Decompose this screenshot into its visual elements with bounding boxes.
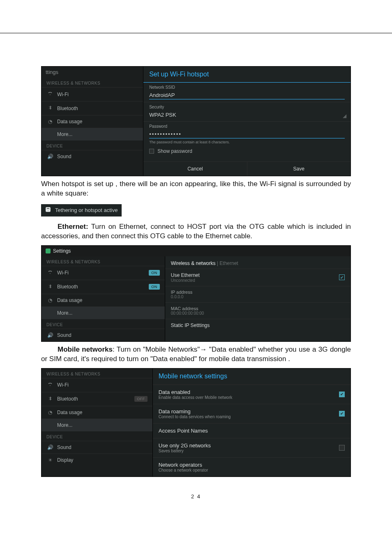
- wifi-boxed-icon: [45, 207, 51, 214]
- sidebar-item-wifi[interactable]: Wi-Fi: [42, 87, 143, 101]
- bluetooth-icon: [46, 283, 54, 290]
- sidebar-item-data-usage[interactable]: ◔ Data usage: [42, 294, 165, 306]
- cancel-button[interactable]: Cancel: [143, 162, 247, 176]
- sidebar-item-data-usage[interactable]: ◔ Data usage: [42, 115, 143, 128]
- network-operators-row[interactable]: Network operators Choose a network opera…: [153, 457, 350, 477]
- use-2g-title: Use only 2G networks: [159, 442, 339, 449]
- sidebar-item-label: Wi-Fi: [57, 92, 138, 97]
- bluetooth-icon: [46, 105, 54, 112]
- security-field[interactable]: Security WPA2 PSK ◢: [143, 102, 350, 122]
- apn-title: Access Point Names: [159, 428, 345, 434]
- section-device: DEVICE: [42, 140, 143, 150]
- mac-value: 00:00:00:00:00:00: [171, 311, 345, 315]
- section-wireless-networks: WIRELESS & NETWORKS: [42, 368, 152, 378]
- data-roaming-checkbox[interactable]: ✔: [339, 411, 345, 417]
- ssid-field[interactable]: Network SSID AndroidAP: [143, 83, 350, 102]
- wifi-toggle[interactable]: ON: [149, 270, 160, 276]
- data-enabled-sub: Enable data access over Mobile network: [159, 395, 339, 400]
- sidebar-item-more[interactable]: More...: [42, 306, 165, 319]
- sidebar-item-label: Sound: [57, 332, 160, 338]
- sound-icon: 🔊: [46, 332, 54, 338]
- section-device: DEVICE: [42, 319, 165, 329]
- security-label: Security: [149, 105, 345, 109]
- settings-app-icon: [46, 249, 51, 253]
- sidebar-item-label: Sound: [57, 444, 148, 450]
- use-ethernet-title: Use Ethernet: [171, 272, 339, 278]
- sidebar-item-label: Bluetooth: [57, 284, 149, 290]
- mobile-title: Mobile network settings: [153, 368, 350, 385]
- sidebar-item-label: Bluetooth: [57, 106, 138, 111]
- show-password-checkbox[interactable]: [149, 149, 154, 154]
- ssid-value[interactable]: AndroidAP: [149, 91, 345, 99]
- sidebar-item-bluetooth[interactable]: Bluetooth OFF: [42, 392, 152, 406]
- crumb-sub: Ethernet: [219, 260, 238, 266]
- mobile-networks-screenshot: WIRELESS & NETWORKS Wi-Fi Bluetooth OFF …: [41, 368, 351, 477]
- ethernet-panel: Wireless & networks | Ethernet Use Ether…: [165, 256, 350, 341]
- paragraph: Mobile networks: Turn on "Mobile Network…: [41, 345, 351, 364]
- bluetooth-toggle[interactable]: OFF: [134, 396, 148, 402]
- data-enabled-row[interactable]: Data enabled Enable data access over Mob…: [153, 385, 350, 404]
- password-field[interactable]: Password •••••••••••• The password must …: [143, 122, 350, 159]
- paragraph: When hotspot is set up , there will be a…: [41, 180, 351, 198]
- static-ip-row[interactable]: Static IP Setttings: [165, 319, 350, 332]
- sidebar-item-more[interactable]: More...: [42, 419, 152, 431]
- sidebar-item-label: More...: [57, 310, 160, 316]
- mac-address-row: MAC address 00:00:00:00:00:00: [165, 302, 350, 319]
- mobile-networks-heading: Mobile networks: [58, 345, 113, 353]
- sidebar-item-more[interactable]: More...: [42, 128, 143, 140]
- sidebar-item-sound[interactable]: 🔊 Sound: [42, 441, 152, 454]
- sidebar-item-wifi[interactable]: Wi-Fi: [42, 378, 152, 392]
- use-2g-sub: Saves battery: [159, 449, 339, 453]
- wifi-icon: [46, 269, 54, 276]
- sound-icon: 🔊: [46, 444, 54, 450]
- data-usage-icon: ◔: [46, 119, 54, 124]
- breadcrumb: Wireless & networks | Ethernet: [165, 256, 350, 269]
- sidebar-item-label: More...: [57, 131, 138, 137]
- sidebar-item-data-usage[interactable]: ◔ Data usage: [42, 406, 152, 419]
- svg-rect-0: [46, 207, 51, 212]
- data-roaming-sub: Connect to data services when roaming: [159, 415, 339, 419]
- bluetooth-toggle[interactable]: ON: [149, 284, 160, 290]
- show-password-label: Show password: [157, 148, 192, 154]
- data-enabled-checkbox[interactable]: ✔: [339, 391, 345, 397]
- data-roaming-row[interactable]: Data roaming Connect to data services wh…: [153, 404, 350, 423]
- save-button[interactable]: Save: [247, 162, 350, 176]
- appbar: Settings: [42, 246, 350, 256]
- show-password-row[interactable]: Show password: [149, 146, 345, 157]
- dialog-title: Set up Wi-Fi hotspot: [143, 67, 350, 83]
- use-ethernet-sub: Unconnected: [171, 278, 339, 283]
- use-ethernet-checkbox[interactable]: ✔: [339, 274, 345, 280]
- sidebar-item-label: Display: [57, 457, 148, 463]
- sidebar-item-sound[interactable]: 🔊 Sound: [42, 329, 165, 341]
- sidebar-item-label: Wi-Fi: [57, 382, 148, 388]
- data-roaming-title: Data roaming: [159, 408, 339, 415]
- sidebar-item-bluetooth[interactable]: Bluetooth ON: [42, 280, 165, 294]
- ssid-label: Network SSID: [149, 85, 345, 90]
- ip-value: 0.0.0.0: [171, 295, 345, 299]
- use-2g-checkbox[interactable]: ✔: [339, 445, 345, 451]
- mac-label: MAC address: [171, 306, 345, 311]
- tethering-notification: Tethering or hotspot active: [41, 204, 122, 216]
- sidebar-item-sound[interactable]: 🔊 Sound: [42, 150, 143, 163]
- sidebar-item-wifi[interactable]: Wi-Fi ON: [42, 266, 165, 280]
- password-label: Password: [149, 124, 345, 129]
- security-value[interactable]: WPA2 PSK: [149, 111, 345, 119]
- data-usage-icon: ◔: [46, 410, 54, 415]
- wifi-icon: [46, 382, 54, 389]
- section-device: DEVICE: [42, 431, 152, 441]
- data-enabled-title: Data enabled: [159, 389, 339, 395]
- ethernet-screenshot: Settings WIRELESS & NETWORKS Wi-Fi ON Bl…: [41, 245, 351, 342]
- sidebar-item-bluetooth[interactable]: Bluetooth: [42, 101, 143, 115]
- sidebar-item-label: Wi-Fi: [57, 270, 149, 276]
- sidebar-item-label: Sound: [57, 154, 138, 159]
- netop-title: Network operators: [159, 462, 345, 468]
- password-value[interactable]: ••••••••••••: [149, 130, 345, 138]
- use-2g-row[interactable]: Use only 2G networks Saves battery ✔: [153, 438, 350, 457]
- static-ip-title: Static IP Setttings: [171, 322, 345, 328]
- ip-label: IP address: [171, 290, 345, 295]
- apn-row[interactable]: Access Point Names: [153, 423, 350, 438]
- use-ethernet-row[interactable]: Use Ethernet Unconnected ✔: [165, 269, 350, 286]
- display-icon: ☀: [46, 457, 54, 463]
- sidebar-item-display[interactable]: ☀ Display: [42, 454, 152, 466]
- hotspot-screenshot: ttings WIRELESS & NETWORKS Wi-Fi Bluetoo…: [41, 66, 351, 176]
